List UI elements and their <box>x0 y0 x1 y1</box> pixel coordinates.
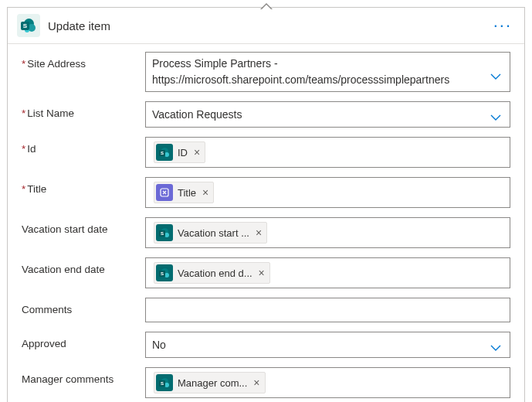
label-vacation-start: Vacation start date <box>22 217 145 235</box>
list-name-value: Vacation Requests <box>152 108 242 121</box>
row-approved: Approved No <box>22 332 510 358</box>
row-list-name: *List Name Vacation Requests <box>22 101 510 128</box>
label-id: *Id <box>22 137 145 155</box>
approved-dropdown[interactable]: No <box>145 332 510 358</box>
chevron-down-icon <box>490 69 502 85</box>
site-address-value-line2: https://microsoft.sharepoint.com/teams/p… <box>152 72 483 88</box>
label-approved: Approved <box>22 332 145 349</box>
token-manager-comments[interactable]: S Manager com... × <box>154 372 266 393</box>
sharepoint-token-icon: S <box>156 224 173 241</box>
vacation-end-input[interactable]: S Vacation end d... × <box>145 257 510 288</box>
token-remove-icon[interactable]: × <box>253 376 259 389</box>
comments-input[interactable] <box>145 298 510 322</box>
token-title[interactable]: Title × <box>154 182 214 203</box>
token-vacation-end[interactable]: S Vacation end d... × <box>154 262 270 284</box>
token-remove-icon[interactable]: × <box>194 146 200 158</box>
label-vacation-end: Vacation end date <box>22 257 145 275</box>
card-title: Update item <box>48 19 490 32</box>
token-id[interactable]: S ID × <box>154 141 205 163</box>
row-vacation-start: Vacation start date S Vacation start ...… <box>22 217 510 248</box>
sharepoint-token-icon: S <box>156 144 173 161</box>
title-input[interactable]: Title × <box>145 177 510 208</box>
approved-value: No <box>152 339 166 351</box>
sharepoint-icon: S <box>17 14 40 37</box>
label-list-name: *List Name <box>22 101 145 119</box>
card-body: *Site Address Process Simple Partners - … <box>8 44 524 402</box>
sharepoint-token-icon: S <box>156 374 173 391</box>
label-manager-comments: Manager comments <box>22 367 145 385</box>
chevron-down-icon <box>490 111 502 124</box>
label-title: *Title <box>22 177 145 195</box>
label-site-address: *Site Address <box>22 52 145 70</box>
list-name-dropdown[interactable]: Vacation Requests <box>145 101 510 128</box>
row-comments: Comments <box>22 298 510 322</box>
card-nub <box>260 3 273 9</box>
site-address-dropdown[interactable]: Process Simple Partners - https://micros… <box>145 52 510 92</box>
row-id: *Id S ID × <box>22 137 510 168</box>
dynamic-content-icon <box>156 184 173 201</box>
card-header: S Update item ··· <box>8 8 524 44</box>
row-title: *Title Title × <box>22 177 510 208</box>
row-manager-comments: Manager comments S Manager com... × <box>22 367 510 398</box>
label-comments: Comments <box>22 298 145 315</box>
update-item-card: S Update item ··· *Site Address Process … <box>7 7 525 402</box>
more-options-button[interactable]: ··· <box>490 22 515 29</box>
manager-comments-input[interactable]: S Manager com... × <box>145 367 510 398</box>
token-remove-icon[interactable]: × <box>202 186 208 199</box>
row-vacation-end: Vacation end date S Vacation end d... × <box>22 257 510 288</box>
site-address-value-line1: Process Simple Partners - <box>152 56 483 72</box>
token-vacation-start[interactable]: S Vacation start ... × <box>154 222 267 244</box>
token-remove-icon[interactable]: × <box>256 227 262 239</box>
vacation-start-input[interactable]: S Vacation start ... × <box>145 217 510 248</box>
token-remove-icon[interactable]: × <box>259 267 265 279</box>
sharepoint-token-icon: S <box>156 264 173 281</box>
chevron-down-icon <box>490 342 502 354</box>
row-site-address: *Site Address Process Simple Partners - … <box>22 52 510 92</box>
id-input[interactable]: S ID × <box>145 137 510 168</box>
